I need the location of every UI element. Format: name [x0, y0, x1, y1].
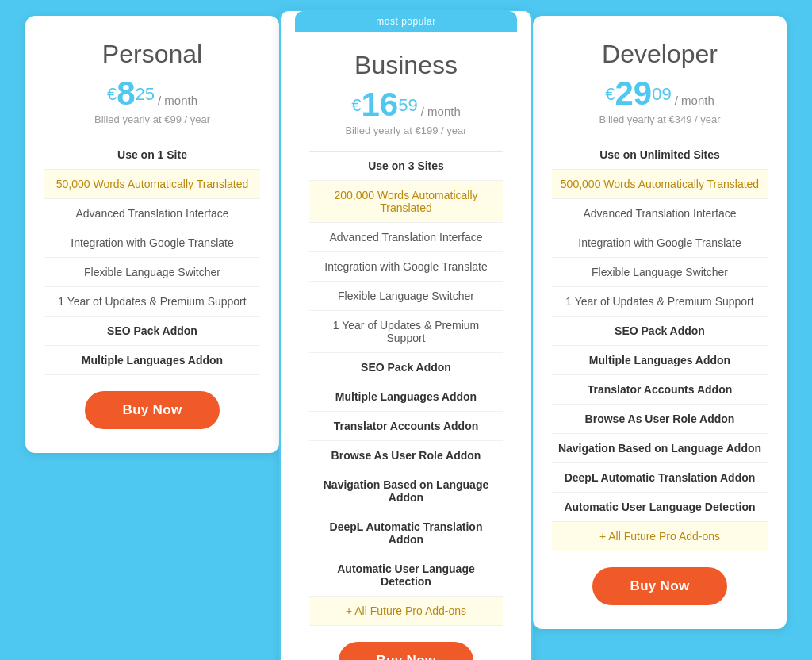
feature-item: Integration with Google Translate	[44, 228, 260, 258]
feature-item: Integration with Google Translate	[552, 228, 768, 258]
features-list: Use on Unlimited Sites500,000 Words Auto…	[552, 140, 768, 551]
buy-now-button[interactable]: Buy Now	[339, 642, 474, 660]
feature-item: Flexible Language Switcher	[44, 258, 260, 287]
price-currency: €	[605, 84, 615, 104]
buy-now-button[interactable]: Buy Now	[592, 567, 728, 605]
price-per-month: / month	[421, 105, 461, 118]
price-per-month: / month	[675, 94, 714, 107]
feature-item: DeepL Automatic Translation Addon	[309, 512, 503, 554]
feature-item: Browse As User Role Addon	[309, 441, 503, 470]
feature-item: 200,000 Words Automatically Translated	[309, 181, 503, 223]
feature-item: Flexible Language Switcher	[552, 258, 768, 287]
feature-item: 500,000 Words Automatically Translated	[552, 170, 768, 199]
price-main: 29	[615, 75, 653, 112]
plan-billed: Billed yearly at €99 / year	[44, 113, 260, 125]
buy-btn-wrap: Buy Now	[44, 391, 260, 434]
feature-item: Multiple Languages Addon	[309, 382, 503, 412]
most-popular-badge: most popular	[295, 11, 517, 32]
price-main: 16	[362, 86, 399, 123]
feature-item: Multiple Languages Addon	[552, 346, 768, 375]
feature-item: Flexible Language Switcher	[309, 282, 503, 311]
feature-item: Browse As User Role Addon	[552, 405, 768, 434]
feature-item: Automatic User Language Detection	[309, 554, 503, 597]
feature-item: 1 Year of Updates & Premium Support	[44, 287, 260, 317]
feature-item: Advanced Translation Interface	[309, 223, 503, 252]
buy-btn-wrap: Buy Now	[309, 642, 503, 660]
feature-item: Use on Unlimited Sites	[552, 140, 768, 170]
plan-billed: Billed yearly at €199 / year	[309, 125, 503, 136]
plan-billed: Billed yearly at €349 / year	[552, 113, 768, 125]
feature-item: Use on 3 Sites	[309, 152, 503, 181]
feature-item: Advanced Translation Interface	[552, 199, 768, 228]
price-decimal: 09	[652, 84, 671, 104]
price-per-month: / month	[158, 94, 197, 107]
plan-name: Personal	[44, 40, 260, 69]
plan-price: €2909/ month	[552, 77, 768, 110]
price-decimal: 59	[398, 95, 417, 115]
features-list: Use on 3 Sites200,000 Words Automaticall…	[309, 151, 503, 626]
price-main: 8	[117, 75, 135, 112]
feature-item: SEO Pack Addon	[309, 353, 503, 382]
features-list: Use on 1 Site50,000 Words Automatically …	[44, 140, 260, 375]
feature-item: SEO Pack Addon	[44, 317, 260, 346]
feature-item: Translator Accounts Addon	[309, 412, 503, 441]
feature-item: Advanced Translation Interface	[44, 199, 260, 228]
buy-now-button[interactable]: Buy Now	[85, 391, 220, 429]
plan-price: €825/ month	[44, 77, 260, 110]
plan-card-developer: Developer €2909/ month Billed yearly at …	[533, 16, 787, 629]
feature-item: 1 Year of Updates & Premium Support	[309, 311, 503, 353]
feature-item: 1 Year of Updates & Premium Support	[552, 287, 768, 317]
buy-btn-wrap: Buy Now	[552, 567, 768, 610]
feature-item: Multiple Languages Addon	[44, 346, 260, 375]
feature-item: Translator Accounts Addon	[552, 375, 768, 405]
feature-item: DeepL Automatic Translation Addon	[552, 463, 768, 493]
feature-item: Integration with Google Translate	[309, 252, 503, 282]
plan-card-business: most popular Business €1659/ month Bille…	[279, 10, 533, 660]
plan-name: Business	[309, 51, 503, 80]
plan-price: €1659/ month	[309, 88, 503, 121]
feature-item: Navigation Based on Language Addon	[552, 434, 768, 463]
feature-item: + All Future Pro Add-ons	[552, 522, 768, 551]
feature-item: + All Future Pro Add-ons	[309, 597, 503, 626]
plan-card-personal: Personal €825/ month Billed yearly at €9…	[25, 16, 279, 453]
feature-item: SEO Pack Addon	[552, 317, 768, 346]
feature-item: Use on 1 Site	[44, 140, 260, 170]
feature-item: Automatic User Language Detection	[552, 493, 768, 522]
price-decimal: 25	[136, 84, 155, 104]
plan-name: Developer	[552, 40, 768, 69]
price-currency: €	[351, 95, 361, 115]
feature-item: Navigation Based on Language Addon	[309, 470, 503, 512]
pricing-container: Personal €825/ month Billed yearly at €9…	[16, 16, 796, 660]
feature-item: 50,000 Words Automatically Translated	[44, 170, 260, 199]
price-currency: €	[107, 84, 117, 104]
